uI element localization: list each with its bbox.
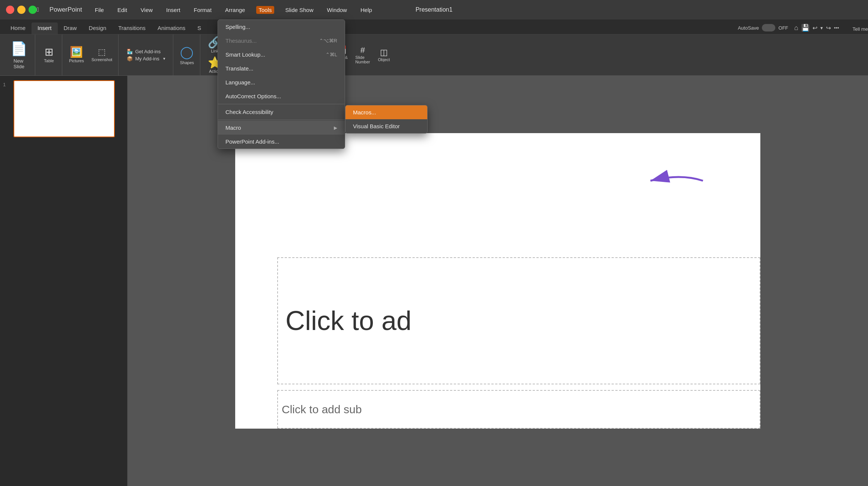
slide-1-number: 1 — [3, 80, 11, 87]
tab-draw[interactable]: Draw — [58, 22, 83, 34]
separator-1 — [218, 104, 345, 104]
menu-edit[interactable]: Edit — [115, 6, 129, 14]
menu-item-translate[interactable]: Translate... — [218, 62, 345, 75]
new-slide-button[interactable]: 📄 NewSlide — [7, 39, 31, 72]
menu-tools[interactable]: Tools — [256, 6, 274, 14]
slide-number-label: SlideNumber — [355, 55, 370, 64]
tab-s[interactable]: S — [191, 22, 207, 34]
table-button[interactable]: ⊞ Table — [42, 45, 56, 64]
autocorrect-label: AutoCorrect Options... — [225, 93, 281, 99]
pictures-icon: 🖼️ — [70, 47, 83, 57]
save-icon[interactable]: 💾 — [801, 24, 809, 32]
menu-arrange[interactable]: Arrange — [223, 6, 247, 14]
translate-label: Translate... — [225, 65, 253, 72]
menu-window[interactable]: Window — [325, 6, 349, 14]
shapes-group: ◯ Shapes — [174, 34, 200, 75]
redo-icon[interactable]: ↪ — [826, 24, 831, 32]
menu-item-autocorrect[interactable]: AutoCorrect Options... — [218, 89, 345, 103]
menu-slideshow[interactable]: Slide Show — [283, 6, 316, 14]
submenu-item-macros[interactable]: Macros... — [345, 105, 427, 119]
autosave-area: AutoSave OFF ⌂ 💾 ↩ ▾ ↪ ••• — [738, 24, 847, 34]
undo-icon[interactable]: ↩ — [812, 24, 817, 32]
get-addins-label: Get Add-ins — [135, 49, 161, 54]
tab-home[interactable]: Home — [5, 22, 32, 34]
tell-me[interactable]: Tell me — [853, 26, 868, 34]
slide-1-wrapper: 1 — [3, 80, 124, 137]
smart-lookup-label: Smart Lookup... — [225, 51, 265, 58]
slide-canvas[interactable]: Click to ad Click to add sub — [235, 133, 760, 429]
subtitle-placeholder[interactable]: Click to add sub — [277, 390, 760, 428]
presentation-title: Presentation1 — [416, 6, 453, 13]
shapes-button[interactable]: ◯ Shapes — [178, 44, 196, 66]
pictures-button[interactable]: 🖼️ Pictures — [67, 45, 86, 64]
addins-group: 🏪 Get Add-ins 📦 My Add-ins ▾ — [119, 34, 173, 75]
vba-editor-label: Visual Basic Editor — [353, 123, 400, 129]
object-button[interactable]: ◫ Object — [374, 47, 393, 63]
menu-format[interactable]: Format — [192, 6, 214, 14]
apple-icon:  — [37, 6, 39, 13]
menu-item-language[interactable]: Language... — [218, 75, 345, 89]
undo-dropdown-icon[interactable]: ▾ — [820, 25, 823, 31]
home-icon[interactable]: ⌂ — [794, 24, 798, 32]
tab-design[interactable]: Design — [83, 22, 113, 34]
smart-lookup-shortcut: ⌃⌘L — [326, 52, 337, 57]
menu-file[interactable]: File — [93, 6, 106, 14]
my-addins-button[interactable]: 📦 My Add-ins ▾ — [127, 56, 165, 62]
new-slide-group: 📄 NewSlide — [3, 34, 35, 75]
tools-dropdown: Spelling... Thesaurus... ⌃⌥⌘R Smart Look… — [218, 20, 345, 149]
powerpoint-addins-label: PowerPoint Add-ins... — [225, 138, 279, 145]
title-placeholder[interactable]: Click to ad — [277, 257, 760, 384]
menu-item-spelling[interactable]: Spelling... — [218, 20, 345, 34]
get-addins-button[interactable]: 🏪 Get Add-ins — [127, 49, 165, 54]
screenshot-button[interactable]: ⬚ Screenshot — [89, 46, 115, 63]
screenshot-label: Screenshot — [92, 57, 113, 62]
ribbon-toolbar: 📄 NewSlide ⊞ Table 🖼️ Pictures ⬚ Screens… — [0, 34, 868, 76]
menu-help[interactable]: Help — [358, 6, 374, 14]
tab-insert[interactable]: Insert — [32, 22, 58, 34]
autosave-toggle[interactable] — [762, 24, 775, 32]
addins-store-icon: 🏪 — [127, 49, 133, 54]
menu-item-smart-lookup[interactable]: Smart Lookup... ⌃⌘L — [218, 48, 345, 62]
shapes-icon: ◯ — [180, 45, 194, 59]
object-icon: ◫ — [380, 48, 388, 57]
menu-insert[interactable]: Insert — [164, 6, 183, 14]
table-label: Table — [44, 58, 54, 63]
menu-view[interactable]: View — [138, 6, 155, 14]
screenshot-icon: ⬚ — [98, 48, 106, 56]
maximize-button[interactable] — [29, 6, 37, 14]
tab-animations[interactable]: Animations — [152, 22, 191, 34]
menu-item-check-accessibility[interactable]: Check Accessibility — [218, 105, 345, 119]
submenu-item-vba[interactable]: Visual Basic Editor — [345, 119, 427, 133]
close-button[interactable] — [6, 6, 14, 14]
check-accessibility-label: Check Accessibility — [225, 109, 273, 115]
minimize-button[interactable] — [17, 6, 26, 14]
main-layout: 1 Click to ad Click to add sub — [0, 76, 868, 486]
macro-submenu: Macros... Visual Basic Editor — [345, 105, 428, 134]
autosave-state: OFF — [778, 25, 788, 31]
app-name: PowerPoint — [50, 6, 82, 14]
object-label: Object — [378, 57, 390, 62]
macro-label: Macro — [225, 124, 241, 131]
spelling-label: Spelling... — [225, 24, 250, 30]
new-slide-label: NewSlide — [14, 58, 24, 69]
language-label: Language... — [225, 79, 255, 86]
tools-menu: Spelling... Thesaurus... ⌃⌥⌘R Smart Look… — [218, 20, 345, 149]
thesaurus-shortcut: ⌃⌥⌘R — [319, 38, 337, 44]
slide-1-thumbnail[interactable] — [14, 80, 115, 137]
slide-number-button[interactable]: # SlideNumber — [352, 45, 373, 66]
tab-transitions[interactable]: Transitions — [112, 22, 152, 34]
traffic-lights — [6, 6, 37, 14]
menu-item-powerpoint-addins[interactable]: PowerPoint Add-ins... — [218, 135, 345, 148]
more-icon[interactable]: ••• — [834, 25, 839, 31]
separator-2 — [218, 120, 345, 120]
title-bar:  PowerPoint File Edit View Insert Forma… — [0, 0, 868, 20]
autosave-label: AutoSave — [738, 25, 759, 31]
slide-panel: 1 — [0, 76, 128, 486]
my-addins-label: My Add-ins — [135, 56, 159, 62]
pictures-label: Pictures — [69, 58, 84, 63]
new-slide-icon: 📄 — [11, 41, 27, 57]
images-group: 🖼️ Pictures ⬚ Screenshot — [63, 34, 119, 75]
menu-item-macro[interactable]: Macro ▶ — [218, 121, 345, 135]
thesaurus-label: Thesaurus... — [225, 38, 257, 44]
slide-number-icon: # — [360, 46, 365, 54]
